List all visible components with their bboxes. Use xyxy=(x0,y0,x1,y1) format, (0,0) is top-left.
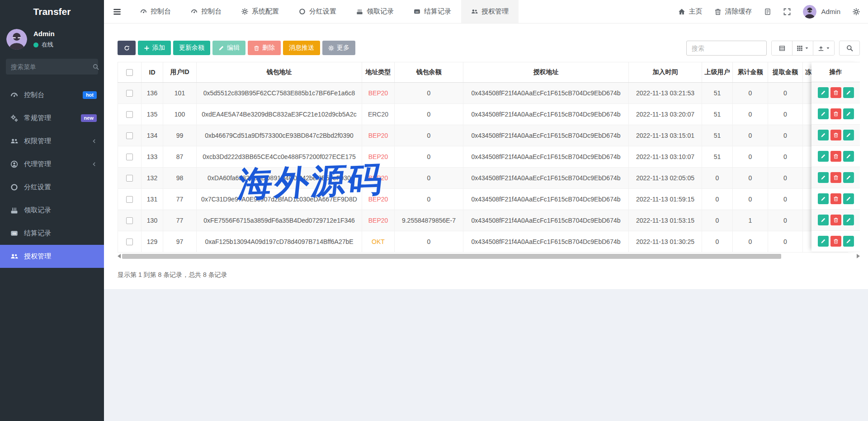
row-auth-button[interactable] xyxy=(843,236,854,247)
sidebar-item[interactable]: 结算记录 xyxy=(0,222,104,245)
trash-icon xyxy=(833,175,839,180)
nav-tab[interactable]: 分红设置 xyxy=(289,0,346,23)
refresh-button[interactable] xyxy=(118,41,136,55)
action-row xyxy=(811,231,860,252)
row-checkbox[interactable] xyxy=(126,196,133,203)
cell-id: 132 xyxy=(142,168,163,189)
cell-auth-address: 0x434508fF21f4A0AaEcFc1F615cB704Dc9EbD67… xyxy=(463,189,629,210)
action-row xyxy=(811,103,860,125)
pencil-icon xyxy=(846,111,851,117)
sidebar-menu: 控制台hot常规管理new权限管理代理管理分红设置领取记录结算记录授权管理 xyxy=(0,84,104,268)
cell-auth-address: 0x434508fF21f4A0AaEcFc1F615cB704Dc9EbD67… xyxy=(463,104,629,125)
avatar[interactable] xyxy=(6,29,27,50)
fullscreen-button[interactable] xyxy=(783,8,791,15)
sidebar-item[interactable]: 代理管理 xyxy=(0,153,104,176)
sidebar-search-input[interactable] xyxy=(11,63,93,70)
nav-tab[interactable]: 结算记录 xyxy=(404,0,461,23)
column-header: 加入时间 xyxy=(629,62,702,83)
edit-button[interactable]: 编辑 xyxy=(212,41,245,55)
row-select-cell xyxy=(118,231,142,253)
pagination-summary: 显示第 1 到第 8 条记录，总共 8 条记录 xyxy=(118,271,860,279)
scroll-left-arrow[interactable] xyxy=(118,254,121,258)
row-checkbox[interactable] xyxy=(126,217,133,224)
row-edit-button[interactable] xyxy=(818,236,829,247)
nav-tab[interactable]: 系统配置 xyxy=(231,0,289,23)
cell-withdraw-amount: 0 xyxy=(768,168,803,189)
action-row xyxy=(811,82,860,103)
row-delete-button[interactable] xyxy=(830,108,841,119)
table-search-input[interactable] xyxy=(686,41,767,56)
pencil-icon xyxy=(821,111,826,117)
row-delete-button[interactable] xyxy=(830,87,841,98)
pencil-icon xyxy=(846,239,851,244)
row-delete-button[interactable] xyxy=(830,151,841,162)
row-edit-button[interactable] xyxy=(818,108,829,119)
settings-button[interactable] xyxy=(853,8,860,15)
update-balance-button[interactable]: 更新余额 xyxy=(173,41,210,55)
scrollbar-thumb[interactable] xyxy=(122,254,781,259)
row-auth-button[interactable] xyxy=(843,193,854,204)
row-delete-button[interactable] xyxy=(830,215,841,225)
nav-tab[interactable]: 授权管理 xyxy=(461,0,519,23)
row-checkbox[interactable] xyxy=(126,239,133,245)
scroll-right-arrow[interactable] xyxy=(857,254,860,258)
export-button[interactable] xyxy=(813,41,834,55)
nav-tab[interactable]: 领取记录 xyxy=(346,0,404,23)
select-all-checkbox[interactable] xyxy=(126,69,133,76)
row-auth-button[interactable] xyxy=(843,108,854,119)
horizontal-scrollbar xyxy=(118,253,860,259)
user-menu[interactable]: Admin xyxy=(803,5,840,19)
row-auth-button[interactable] xyxy=(843,215,854,225)
select-all-cell xyxy=(118,62,142,83)
document-button[interactable] xyxy=(764,8,771,15)
delete-button[interactable]: 删除 xyxy=(248,41,281,55)
clear-cache-link[interactable]: 清除缓存 xyxy=(714,7,752,16)
cell-join-time: 2022-11-13 02:05:05 xyxy=(629,168,702,189)
sidebar-toggle-button[interactable] xyxy=(104,0,130,23)
sidebar-item[interactable]: 授权管理 xyxy=(0,245,104,268)
content-panel: 添加 更新余额 编辑 删除 消息推送 更多 ID用户ID钱包地址地址类型钱包余 xyxy=(104,23,868,289)
row-auth-button[interactable] xyxy=(843,172,854,183)
row-edit-button[interactable] xyxy=(818,87,829,98)
row-edit-button[interactable] xyxy=(818,151,829,162)
icon-cs xyxy=(414,8,420,15)
row-edit-button[interactable] xyxy=(818,215,829,225)
sidebar-item[interactable]: 控制台hot xyxy=(0,84,104,107)
search-button[interactable] xyxy=(839,41,860,56)
sidebar-item[interactable]: 领取记录 xyxy=(0,199,104,222)
row-checkbox[interactable] xyxy=(126,175,133,182)
row-select-cell xyxy=(118,83,142,104)
pencil-icon xyxy=(846,154,851,159)
more-button[interactable]: 更多 xyxy=(322,41,355,55)
row-delete-button[interactable] xyxy=(830,193,841,204)
row-checkbox[interactable] xyxy=(126,111,133,118)
nav-tab[interactable]: 控制台 xyxy=(130,0,181,23)
row-checkbox[interactable] xyxy=(126,90,133,97)
row-auth-button[interactable] xyxy=(843,151,854,162)
row-auth-button[interactable] xyxy=(843,87,854,98)
row-delete-button[interactable] xyxy=(830,172,841,183)
row-edit-button[interactable] xyxy=(818,193,829,204)
top-navbar: 控制台控制台系统配置分红设置领取记录结算记录授权管理 主页 清除缓存 Admin xyxy=(104,0,868,23)
row-auth-button[interactable] xyxy=(843,130,854,140)
row-checkbox[interactable] xyxy=(126,132,133,139)
push-message-button[interactable]: 消息推送 xyxy=(283,41,320,55)
sidebar-item[interactable]: 权限管理 xyxy=(0,130,104,153)
cell-wallet-address: 0xdEA4E5A74Be3209dBC832aE3FC21e102d9cb5A… xyxy=(197,104,362,125)
row-delete-button[interactable] xyxy=(830,236,841,247)
column-header: 用户ID xyxy=(163,62,197,83)
detail-view-button[interactable] xyxy=(772,41,793,55)
icon-user-circle xyxy=(10,160,18,168)
home-link[interactable]: 主页 xyxy=(678,7,702,16)
nav-tab[interactable]: 控制台 xyxy=(181,0,231,23)
add-button[interactable]: 添加 xyxy=(138,41,171,55)
row-edit-button[interactable] xyxy=(818,130,829,140)
row-delete-button[interactable] xyxy=(830,130,841,140)
row-checkbox[interactable] xyxy=(126,154,133,160)
sidebar-item[interactable]: 常规管理new xyxy=(0,107,104,130)
row-edit-button[interactable] xyxy=(818,172,829,183)
trash-icon xyxy=(254,45,259,51)
cell-join-time: 2022-11-13 03:21:53 xyxy=(629,83,702,104)
sidebar-item[interactable]: 分红设置 xyxy=(0,176,104,199)
columns-button[interactable] xyxy=(793,41,813,55)
